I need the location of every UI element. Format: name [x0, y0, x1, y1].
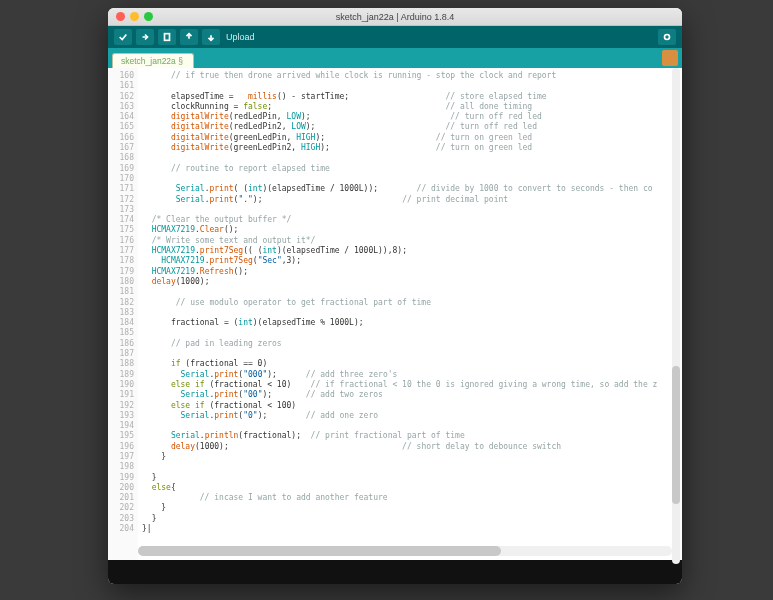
console-footer [108, 560, 682, 584]
verify-button[interactable] [114, 29, 132, 45]
horizontal-scrollbar[interactable] [138, 546, 672, 556]
line-gutter: 160 161 162 163 164 165 166 167 168 169 … [108, 68, 138, 560]
arduino-ide-window: sketch_jan22a | Arduino 1.8.4 Upload ske… [108, 8, 682, 584]
svg-rect-0 [165, 34, 170, 41]
window-title: sketch_jan22a | Arduino 1.8.4 [108, 12, 682, 22]
svg-point-1 [665, 35, 670, 40]
toolbar: Upload [108, 26, 682, 48]
new-button[interactable] [158, 29, 176, 45]
h-scroll-thumb[interactable] [138, 546, 501, 556]
sketch-tab[interactable]: sketch_jan22a § [112, 53, 194, 68]
code-area[interactable]: // if true then drone arrived while cloc… [138, 68, 682, 560]
save-button[interactable] [202, 29, 220, 45]
serial-monitor-button[interactable] [658, 29, 676, 45]
v-scroll-thumb[interactable] [672, 366, 680, 505]
code-editor[interactable]: 160 161 162 163 164 165 166 167 168 169 … [108, 68, 682, 560]
vertical-scrollbar[interactable] [672, 68, 680, 564]
toolbar-label: Upload [226, 32, 255, 42]
upload-button[interactable] [136, 29, 154, 45]
window-titlebar: sketch_jan22a | Arduino 1.8.4 [108, 8, 682, 26]
tab-menu-button[interactable] [662, 50, 678, 66]
tab-bar: sketch_jan22a § [108, 48, 682, 68]
open-button[interactable] [180, 29, 198, 45]
